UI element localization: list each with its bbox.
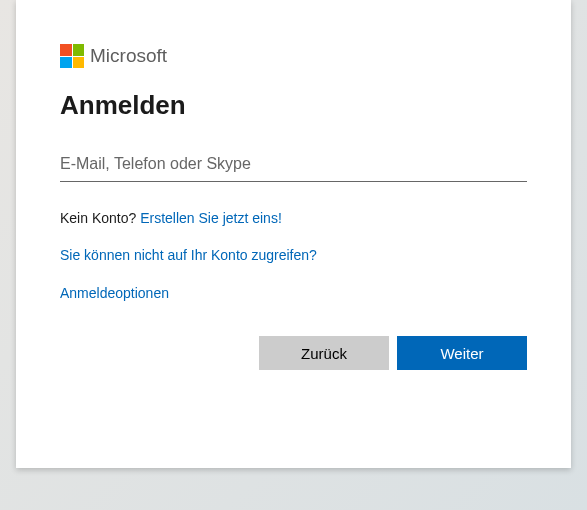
brand-header: Microsoft [60, 44, 527, 68]
signin-options-link[interactable]: Anmeldeoptionen [60, 285, 169, 301]
signin-card: Microsoft Anmelden Kein Konto? Erstellen… [16, 0, 571, 468]
microsoft-logo-icon [60, 44, 84, 68]
cant-access-link[interactable]: Sie können nicht auf Ihr Konto zugreifen… [60, 247, 317, 263]
brand-name: Microsoft [90, 45, 167, 67]
next-button[interactable]: Weiter [397, 336, 527, 370]
page-title: Anmelden [60, 90, 527, 121]
button-row: Zurück Weiter [60, 336, 527, 370]
back-button[interactable]: Zurück [259, 336, 389, 370]
identifier-input[interactable] [60, 149, 527, 182]
no-account-line: Kein Konto? Erstellen Sie jetzt eins! [60, 210, 527, 226]
no-account-text: Kein Konto? [60, 210, 140, 226]
create-account-link[interactable]: Erstellen Sie jetzt eins! [140, 210, 282, 226]
